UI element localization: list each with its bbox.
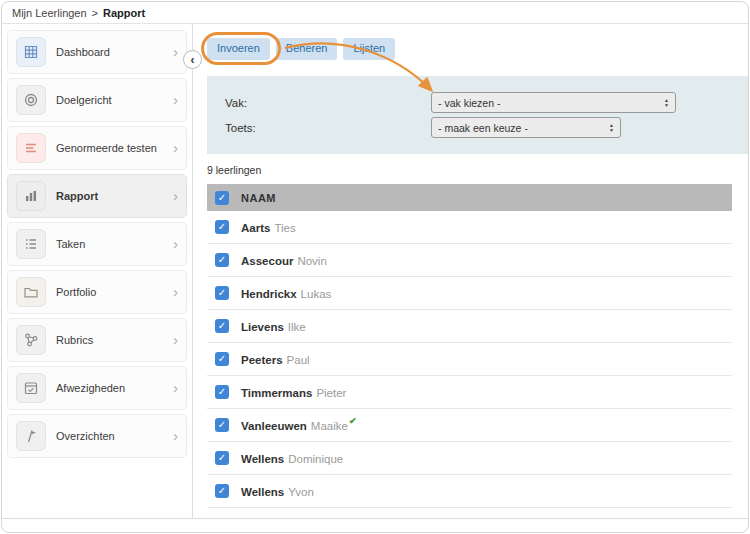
- tab-beheren[interactable]: Beheren: [276, 38, 338, 60]
- sidebar-item-overzichten[interactable]: Overzichten ›: [7, 414, 187, 458]
- student-name: VanleeuwenMaaike✔: [241, 416, 356, 434]
- sidebar-item-portfolio[interactable]: Portfolio ›: [7, 270, 187, 314]
- select-arrows-icon: ▲▼: [656, 98, 669, 107]
- students-table: ✓ NAAM ✓ AartsTies ✓ AssecourNovin ✓ Hen…: [207, 184, 732, 508]
- table-row[interactable]: ✓ WellensDominique: [207, 442, 732, 475]
- student-name: LievensIlke: [241, 317, 306, 335]
- student-name: AssecourNovin: [241, 251, 327, 269]
- content-area: Dashboard › Doelgericht › Genormeerde te…: [2, 24, 748, 519]
- target-icon: [16, 85, 46, 115]
- sidebar-item-doelgericht[interactable]: Doelgericht ›: [7, 78, 187, 122]
- vak-label: Vak:: [225, 97, 431, 109]
- chevron-right-icon: ›: [173, 141, 178, 155]
- check-icon: ✓: [218, 387, 226, 397]
- toets-label: Toets:: [225, 122, 431, 134]
- check-icon: ✓: [218, 486, 226, 496]
- vak-select-value: - vak kiezen -: [438, 97, 500, 109]
- table-row[interactable]: ✓ HendrickxLukas: [207, 277, 732, 310]
- sidebar-item-dashboard[interactable]: Dashboard ›: [7, 30, 187, 74]
- grid-icon: [16, 37, 46, 67]
- tab-lijsten[interactable]: Lijsten: [343, 38, 395, 60]
- flag-icon: [16, 421, 46, 451]
- row-checkbox[interactable]: ✓: [215, 220, 229, 234]
- sidebar-item-genormeerde-testen[interactable]: Genormeerde testen ›: [7, 126, 187, 170]
- row-checkbox[interactable]: ✓: [215, 319, 229, 333]
- student-name: HendrickxLukas: [241, 284, 331, 302]
- vak-form-row: Vak: - vak kiezen - ▲▼: [225, 92, 748, 113]
- checklist-icon: [16, 229, 46, 259]
- main-panel: ‹ Invoeren Beheren Lijsten Vak:: [192, 24, 748, 518]
- student-name: TimmermansPieter: [241, 383, 346, 401]
- student-name: PeetersPaul: [241, 350, 310, 368]
- row-checkbox[interactable]: ✓: [215, 385, 229, 399]
- sidebar-item-label: Taken: [56, 238, 85, 250]
- vak-select[interactable]: - vak kiezen - ▲▼: [431, 92, 676, 113]
- row-checkbox[interactable]: ✓: [215, 253, 229, 267]
- sidebar-item-label: Overzichten: [56, 430, 115, 442]
- breadcrumb: Mijn Leerlingen > Rapport: [2, 2, 748, 24]
- nodes-icon: [16, 325, 46, 355]
- sidebar-item-taken[interactable]: Taken ›: [7, 222, 187, 266]
- student-name: AartsTies: [241, 218, 296, 236]
- app-window: Mijn Leerlingen > Rapport Dashboard › Do…: [1, 1, 749, 533]
- sidebar-item-rapport[interactable]: Rapport ›: [7, 174, 187, 218]
- row-checkbox[interactable]: ✓: [215, 352, 229, 366]
- chevron-right-icon: ›: [173, 189, 178, 203]
- breadcrumb-current: Rapport: [103, 7, 145, 19]
- row-checkbox[interactable]: ✓: [215, 451, 229, 465]
- student-count: 9 leerlingen: [207, 164, 748, 176]
- row-checkbox[interactable]: ✓: [215, 484, 229, 498]
- check-icon: ✓: [218, 453, 226, 463]
- check-icon: ✓: [218, 420, 226, 430]
- table-row[interactable]: ✓ WellensYvon: [207, 475, 732, 508]
- tab-bar: Invoeren Beheren Lijsten: [207, 38, 748, 60]
- toets-form-row: Toets: - maak een keuze - ▲▼: [225, 117, 748, 138]
- sidebar-item-label: Dashboard: [56, 46, 110, 58]
- sidebar-item-label: Rubrics: [56, 334, 93, 346]
- sidebar-item-rubrics[interactable]: Rubrics ›: [7, 318, 187, 362]
- toets-select-value: - maak een keuze -: [438, 122, 528, 134]
- chevron-right-icon: ›: [173, 429, 178, 443]
- bar-chart-icon: [16, 181, 46, 211]
- row-checkbox[interactable]: ✓: [215, 286, 229, 300]
- select-arrows-icon: ▲▼: [601, 123, 614, 132]
- table-row[interactable]: ✓ PeetersPaul: [207, 343, 732, 376]
- check-icon: ✓: [218, 288, 226, 298]
- table-row[interactable]: ✓ VanleeuwenMaaike✔: [207, 409, 732, 442]
- check-icon: ✓: [218, 255, 226, 265]
- collapse-sidebar-button[interactable]: ‹: [183, 50, 202, 69]
- toets-select[interactable]: - maak een keuze - ▲▼: [431, 117, 621, 138]
- success-check-icon: ✔: [349, 416, 357, 426]
- table-row[interactable]: ✓ TimmermansPieter: [207, 376, 732, 409]
- chevron-right-icon: ›: [173, 93, 178, 107]
- filter-panel: Vak: - vak kiezen - ▲▼ Toets: - maak een…: [207, 76, 748, 154]
- chevron-left-icon: ‹: [191, 53, 195, 67]
- row-checkbox[interactable]: ✓: [215, 418, 229, 432]
- sidebar-item-label: Afwezigheden: [56, 382, 125, 394]
- lines-icon: [16, 133, 46, 163]
- breadcrumb-separator: >: [92, 7, 98, 19]
- sidebar-item-label: Genormeerde testen: [56, 142, 157, 154]
- check-icon: ✓: [218, 321, 226, 331]
- calendar-check-icon: [16, 373, 46, 403]
- check-icon: ✓: [218, 222, 226, 232]
- chevron-right-icon: ›: [173, 45, 178, 59]
- chevron-right-icon: ›: [173, 285, 178, 299]
- check-icon: ✓: [218, 354, 226, 364]
- tab-invoeren[interactable]: Invoeren: [207, 38, 270, 60]
- chevron-right-icon: ›: [173, 381, 178, 395]
- table-row[interactable]: ✓ AssecourNovin: [207, 244, 732, 277]
- check-icon: ✓: [218, 193, 226, 203]
- select-all-checkbox[interactable]: ✓: [215, 191, 229, 205]
- table-header-row: ✓ NAAM: [207, 184, 732, 211]
- breadcrumb-parent-link[interactable]: Mijn Leerlingen: [12, 7, 87, 19]
- sidebar-item-label: Portfolio: [56, 286, 96, 298]
- student-name: WellensYvon: [241, 482, 314, 500]
- sidebar-item-label: Doelgericht: [56, 94, 112, 106]
- sidebar: Dashboard › Doelgericht › Genormeerde te…: [2, 24, 192, 518]
- table-row[interactable]: ✓ LievensIlke: [207, 310, 732, 343]
- folder-icon: [16, 277, 46, 307]
- sidebar-item-afwezigheden[interactable]: Afwezigheden ›: [7, 366, 187, 410]
- name-column-header: NAAM: [241, 192, 276, 204]
- table-row[interactable]: ✓ AartsTies: [207, 211, 732, 244]
